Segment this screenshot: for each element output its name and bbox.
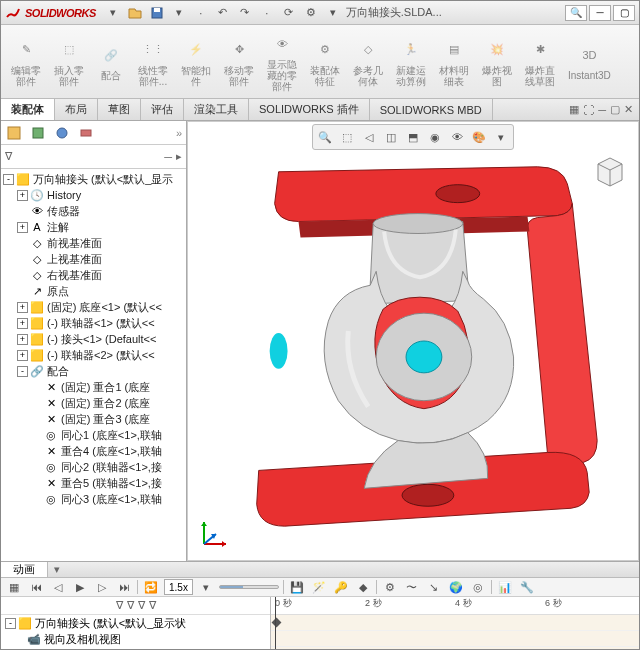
appearance-icon[interactable]: 🎨 [469,127,489,147]
wizard-icon[interactable]: 🪄 [310,578,328,596]
tab-4[interactable]: 渲染工具 [184,99,249,120]
qat-print-icon[interactable]: ▾ [170,4,188,22]
tree-item-5[interactable]: ◇右视基准面 [3,267,184,283]
expand-icon[interactable]: + [17,302,28,313]
timeline-scrubber[interactable] [275,597,276,650]
tree-item-2[interactable]: +A注解 [3,219,184,235]
qat-redo-icon[interactable]: ↷ [236,4,254,22]
speed-slider[interactable] [219,585,279,589]
timeline-tracks[interactable]: 0 秒2 秒4 秒6 秒 [271,597,639,650]
tree-item-6[interactable]: ↗原点 [3,283,184,299]
tree-item-18[interactable]: ✕重合5 (联轴器<1>,接 [3,475,184,491]
tree-item-3[interactable]: ◇前视基准面 [3,235,184,251]
tree-item-11[interactable]: -🔗配合 [3,363,184,379]
tree-item-16[interactable]: ✕重合4 (底座<1>,联轴 [3,443,184,459]
ribbon-expline[interactable]: ✱爆炸直 线草图 [519,27,561,96]
hide-show-icon[interactable]: 👁 [447,127,467,147]
expand-icon[interactable]: - [5,618,16,629]
ribbon-cube[interactable]: ⬚插入零 部件 [48,27,90,96]
tl-filter4-icon[interactable]: ∇ [149,599,156,612]
ribbon-mate[interactable]: 🔗配合 [91,27,131,96]
search-icon[interactable]: 🔍 [565,5,587,21]
ribbon-move[interactable]: ✥移动零 部件 [218,27,260,96]
view-orient-icon[interactable]: ⬒ [403,127,423,147]
results-icon[interactable]: 📊 [496,578,514,596]
ribbon-vis[interactable]: 👁显示隐 藏的零 部件 [261,27,303,96]
settings-icon[interactable]: 🔧 [518,578,536,596]
spring-icon[interactable]: 〜 [403,578,421,596]
motion-tab-dropdown-icon[interactable]: ▾ [48,562,66,577]
tab-6[interactable]: SOLIDWORKS MBD [370,99,493,120]
motor-icon[interactable]: ⚙ [381,578,399,596]
ribbon-motion[interactable]: 🏃新建运 动算例 [390,27,432,96]
ribbon-edit[interactable]: ✎编辑零 部件 [5,27,47,96]
tab-3[interactable]: 评估 [141,99,184,120]
expand-icon[interactable]: + [17,222,28,233]
tree-item-10[interactable]: +🟨(-) 联轴器<2> (默认<< [3,347,184,363]
zoom-area-icon[interactable]: ⬚ [337,127,357,147]
tl-filter2-icon[interactable]: ∇ [127,599,134,612]
tree-item-4[interactable]: ◇上视基准面 [3,251,184,267]
fm-expand-icon[interactable]: » [176,127,182,139]
ribbon-pattern[interactable]: ⋮⋮线性零 部件... [132,27,174,96]
expand-icon[interactable]: - [3,174,14,185]
tab-1[interactable]: 布局 [55,99,98,120]
tree-item-1[interactable]: 👁传感器 [3,203,184,219]
contact-icon[interactable]: ◎ [469,578,487,596]
qat-rebuild-icon[interactable]: ⟳ [280,4,298,22]
ribbon-i3d[interactable]: 3DInstant3D [562,27,617,96]
loop-icon[interactable]: 🔁 [142,578,160,596]
tl-track-cam[interactable] [271,631,639,647]
gravity-icon[interactable]: 🌍 [447,578,465,596]
ribbon-feat[interactable]: ⚙装配体 特征 [304,27,346,96]
next-frame-icon[interactable]: ▷ [93,578,111,596]
tl-track-root[interactable] [271,615,639,631]
tree-item-12[interactable]: ✕(固定) 重合1 (底座 [3,379,184,395]
calc-icon[interactable]: ▦ [5,578,23,596]
play-icon[interactable]: ▶ [71,578,89,596]
tab-2[interactable]: 草图 [98,99,141,120]
viewport[interactable]: 🔍 ⬚ ◁ ◫ ⬒ ◉ 👁 🎨 ▾ [187,121,639,561]
timeline-ruler[interactable]: 0 秒2 秒4 秒6 秒 [271,597,639,615]
tree-item-7[interactable]: +🟨(固定) 底座<1> (默认<< [3,299,184,315]
fm-tab-disp-icon[interactable] [77,124,95,142]
ribbon-smart[interactable]: ⚡智能扣 件 [175,27,217,96]
maximize-button[interactable]: ▢ [613,5,635,21]
tree-item-17[interactable]: ◎同心2 (联轴器<1>,接 [3,459,184,475]
tree-item-0[interactable]: +🕓History [3,187,184,203]
section-icon[interactable]: ◫ [381,127,401,147]
qat-undo-icon[interactable]: ↶ [214,4,232,22]
expand-icon[interactable]: + [17,318,28,329]
skip-end-icon[interactable]: ⏭ [115,578,133,596]
ribbon-bom[interactable]: ▤材料明 细表 [433,27,475,96]
tab-5[interactable]: SOLIDWORKS 插件 [249,99,370,120]
motion-tab-anim[interactable]: 动画 [1,562,48,577]
tree-item-14[interactable]: ✕(固定) 重合3 (底座 [3,411,184,427]
fm-tab-config-icon[interactable] [29,124,47,142]
zoom-fit-icon[interactable]: 🔍 [315,127,335,147]
fm-tab-tree-icon[interactable] [5,124,23,142]
ribbon-refgeom[interactable]: ◇参考几 何体 [347,27,389,96]
fm-more-icon[interactable]: ▸ [176,150,182,163]
tree-item-9[interactable]: +🟨(-) 接头<1> (Default<< [3,331,184,347]
save-anim-icon[interactable]: 💾 [288,578,306,596]
qat-new-icon[interactable]: ▾ [104,4,122,22]
tree-item-19[interactable]: ◎同心3 (底座<1>,联轴 [3,491,184,507]
expand-icon[interactable]: + [17,190,28,201]
timeline-tree[interactable]: ∇ ∇ ∇ ∇ -🟨万向轴接头 (默认<默认_显示状 📹 视向及相机视图 +💡 … [1,597,271,650]
expand-icon[interactable]: + [17,334,28,345]
qat-save-icon[interactable] [148,4,166,22]
tl-filter1-icon[interactable]: ∇ [116,599,123,612]
doc-max-icon[interactable]: ▢ [610,103,620,116]
tree-item-8[interactable]: +🟨(-) 联轴器<1> (默认<< [3,315,184,331]
tree-item-15[interactable]: ◎同心1 (底座<1>,联轴 [3,427,184,443]
autokey-icon[interactable]: 🔑 [332,578,350,596]
tl-row-1[interactable]: 📹 视向及相机视图 [1,631,270,647]
tree-root[interactable]: -🟨万向轴接头 (默认<默认_显示 [3,171,184,187]
addkey-icon[interactable]: ◆ [354,578,372,596]
minimize-button[interactable]: ─ [589,5,611,21]
prev-frame-icon[interactable]: ◁ [49,578,67,596]
scene-icon[interactable]: ▾ [491,127,511,147]
display-style-icon[interactable]: ◉ [425,127,445,147]
doc-close-icon[interactable]: ✕ [624,103,633,116]
